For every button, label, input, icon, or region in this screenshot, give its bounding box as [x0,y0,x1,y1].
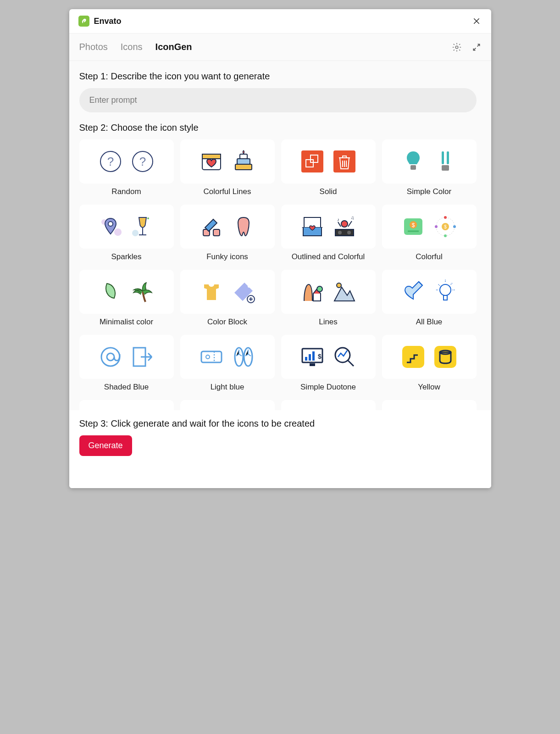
style-extra-4[interactable] [382,400,477,410]
brand-logo-icon [78,16,89,27]
svg-point-29 [338,231,342,234]
tab-icongen[interactable]: IconGen [155,42,192,52]
svg-rect-69 [402,346,424,368]
cup-icon [432,344,458,370]
style-colorful[interactable]: $ $ Colorful [382,205,477,263]
svg-rect-56 [201,351,222,362]
svg-point-42 [453,225,456,228]
style-shaded-blue[interactable]: Shaded Blue [79,335,174,394]
titlebar: Envato [69,9,491,33]
style-extra-2[interactable] [180,400,275,410]
style-label: Funky icons [180,252,275,261]
style-label: Solid [281,187,376,196]
brand: Envato [78,16,122,27]
svg-point-30 [347,231,351,234]
collapse-icon [472,43,481,52]
style-label: Simple Color [382,187,477,196]
app-window: Envato Photos Icons IconGen Step 1: Desc… [69,9,491,488]
style-simple-duotone[interactable]: $ Simple Duotone [281,335,376,394]
circle-icon [231,409,256,410]
dentist-icon [199,214,224,239]
svg-rect-7 [235,164,252,170]
svg-rect-14 [410,165,416,170]
style-label: Color Block [180,317,275,327]
village-icon [299,279,325,305]
close-button[interactable] [471,16,482,27]
prompt-input[interactable] [79,88,477,112]
style-extra-3[interactable] [281,400,376,410]
svg-point-50 [337,283,341,288]
brand-title: Envato [94,17,122,26]
svg-point-49 [317,286,322,292]
style-extra-1[interactable] [79,400,174,410]
svg-rect-64 [312,351,315,361]
style-scroll[interactable]: ? ? Random Colorful Lines [79,139,487,410]
generate-button[interactable]: Generate [79,435,132,456]
step3-label: Step 3: Click generate and wait for the … [79,418,481,429]
footer: Step 3: Click generate and wait for the … [69,410,491,488]
svg-rect-66 [310,363,315,366]
tabs: Photos Icons IconGen [79,42,192,52]
tab-photos[interactable]: Photos [79,42,108,52]
style-grid: ? ? Random Colorful Lines [79,139,477,410]
bread-icon [432,409,458,410]
analytics-icon: $ [299,344,325,370]
svg-text:$: $ [444,224,447,229]
style-minimalist-color[interactable]: Minimalist color [79,270,174,328]
trash-icon [332,149,357,174]
abstract-icon [130,409,155,410]
love-letter-icon [299,214,325,239]
svg-point-0 [455,46,458,49]
style-yellow[interactable]: Yellow [382,335,477,394]
cake-icon [231,149,256,174]
palm-tree-icon [130,279,155,305]
style-colorful-lines[interactable]: Colorful Lines [180,139,275,198]
wine-glass-icon [130,214,155,239]
svg-point-31 [341,221,348,227]
style-label: Lines [281,317,376,327]
flipflops-icon [231,344,256,370]
svg-rect-16 [447,151,449,164]
style-simple-color[interactable]: Simple Color [382,139,477,198]
svg-rect-52 [444,295,447,300]
cfl-bulb-icon [432,149,458,174]
gear-icon [452,42,462,52]
bulb-icon [400,149,426,174]
collapse-button[interactable] [472,43,481,52]
style-lines[interactable]: Lines [281,270,376,328]
settings-button[interactable] [452,42,462,52]
style-color-block[interactable]: Color Block [180,270,275,328]
svg-rect-63 [309,354,311,361]
tooth-icon [231,214,256,239]
step2-label: Step 2: Choose the icon style [79,122,487,133]
dj-icon: ♪♫ [332,214,357,239]
svg-text:$: $ [318,353,322,360]
network-icon: $ [432,214,458,239]
step1-label: Step 1: Describe the icon you want to ge… [79,71,487,82]
style-funky-icons[interactable]: Funky icons [180,205,275,263]
style-all-blue[interactable]: All Blue [382,270,477,328]
svg-point-54 [107,353,114,361]
boxes-icon [299,149,325,174]
svg-rect-26 [213,229,220,236]
svg-point-44 [435,225,438,228]
lightbulb-icon [432,279,458,305]
question-icon: ? [98,149,123,174]
style-label: Yellow [382,383,477,392]
style-outlined-colorful[interactable]: ♪♫ Outlined and Colorful [281,205,376,263]
pin-icon [98,214,123,239]
style-label: Light blue [180,383,275,392]
style-light-blue[interactable]: Light blue [180,335,275,394]
tab-icons[interactable]: Icons [121,42,143,52]
svg-line-68 [348,361,354,366]
style-label: Simple Duotone [281,383,376,392]
header-actions [452,42,481,52]
svg-text:♫: ♫ [351,215,355,220]
svg-point-43 [444,234,447,237]
style-random[interactable]: ? ? Random [79,139,174,198]
ticket-icon [199,344,224,370]
bag-icon [400,409,426,410]
style-sparkles[interactable]: Sparkles [79,205,174,263]
mountain-icon [332,279,357,305]
style-solid[interactable]: Solid [281,139,376,198]
